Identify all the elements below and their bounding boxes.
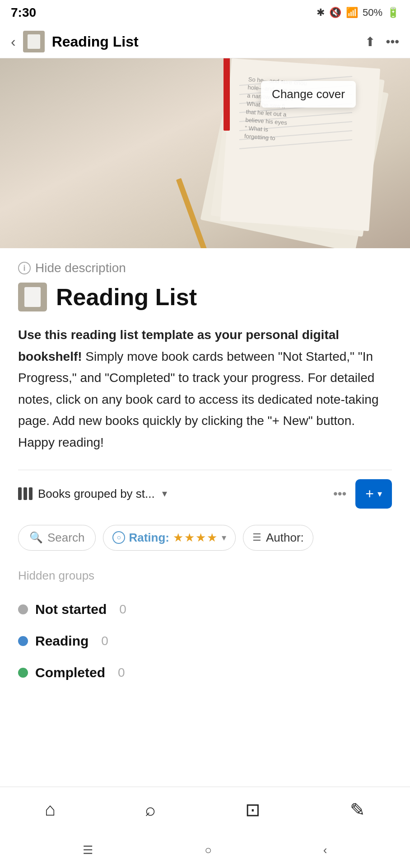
group-reading[interactable]: Reading 0 <box>18 625 392 657</box>
reading-name: Reading <box>35 633 89 649</box>
db-toolbar-right: ••• + ▾ <box>333 479 392 509</box>
description-normal: Simply move book cards between "Not Star… <box>18 349 378 449</box>
hide-description-row[interactable]: i Hide description <box>18 248 392 283</box>
cover-image-area[interactable]: So he—and sure enou hole—and sure enou a… <box>0 58 410 248</box>
reading-dot <box>18 636 28 646</box>
page-icon-inner <box>24 287 41 307</box>
battery-label: 50% <box>363 7 382 19</box>
filter-bar: 🔍 Search ○ Rating: ★★★★ ▾ ☰ Author: <box>18 518 392 561</box>
db-add-button[interactable]: + ▾ <box>355 479 392 509</box>
content-area: i Hide description Reading List Use this… <box>0 248 410 689</box>
hidden-groups-label: Hidden groups <box>18 569 392 583</box>
system-menu-button[interactable]: ☰ <box>83 843 93 857</box>
hide-description-text: Hide description <box>35 261 126 275</box>
db-toolbar: Books grouped by st... ▾ ••• + ▾ <box>18 470 392 518</box>
group-completed[interactable]: Completed 0 <box>18 657 392 689</box>
search-filter-label: Search <box>47 531 84 545</box>
more-button[interactable]: ••• <box>386 34 399 49</box>
description-text: Use this reading list template as your p… <box>18 324 392 453</box>
system-nav: ☰ ○ ‹ <box>0 832 410 868</box>
search-nav-icon: ⌕ <box>145 799 156 820</box>
bottom-nav-inbox[interactable]: ⊡ <box>245 799 261 820</box>
grid-icon <box>18 487 33 500</box>
reading-count: 0 <box>101 634 108 648</box>
group-not-started[interactable]: Not started 0 <box>18 594 392 625</box>
bottom-nav-search[interactable]: ⌕ <box>145 799 156 820</box>
compose-icon: ✎ <box>350 799 365 820</box>
completed-name: Completed <box>35 665 105 680</box>
nav-bar: ‹ Reading List ⬆ ••• <box>0 25 410 58</box>
inbox-icon: ⊡ <box>245 799 261 820</box>
not-started-count: 0 <box>119 602 126 617</box>
hidden-groups-section: Hidden groups Not started 0 Reading 0 Co… <box>18 561 392 689</box>
db-view-dropdown-icon: ▾ <box>162 488 167 500</box>
status-time: 7:30 <box>11 5 36 20</box>
author-filter-button[interactable]: ☰ Author: <box>243 525 313 551</box>
change-cover-tooltip[interactable]: Change cover <box>261 81 356 108</box>
battery-icon: 🔋 <box>387 7 399 19</box>
nav-right: ⬆ ••• <box>365 34 399 49</box>
bottom-nav: ⌂ ⌕ ⊡ ✎ <box>0 787 410 832</box>
bottom-nav-compose[interactable]: ✎ <box>350 799 365 820</box>
stars-display: ★★★★ <box>173 531 218 545</box>
search-filter-button[interactable]: 🔍 Search <box>18 525 96 551</box>
page-title-row: Reading List <box>18 283 392 311</box>
db-view-selector[interactable]: Books grouped by st... ▾ <box>18 487 167 501</box>
db-add-plus-icon: + <box>365 486 374 502</box>
system-home-button[interactable]: ○ <box>205 843 212 857</box>
nav-left: ‹ Reading List <box>11 31 139 52</box>
status-icons: ✱ 🔇 📶 50% 🔋 <box>317 7 399 19</box>
system-back-button[interactable]: ‹ <box>323 843 327 857</box>
page-reading-list-icon <box>18 283 47 311</box>
svg-rect-4 <box>224 58 230 131</box>
db-view-label: Books grouped by st... <box>38 487 155 501</box>
db-add-chevron-icon: ▾ <box>377 488 382 499</box>
back-button[interactable]: ‹ <box>11 33 16 50</box>
rating-filter-label: Rating: <box>129 531 169 545</box>
info-icon: i <box>18 262 31 274</box>
search-icon: 🔍 <box>29 531 43 544</box>
page-title: Reading List <box>56 283 197 311</box>
share-button[interactable]: ⬆ <box>365 34 375 49</box>
change-cover-label: Change cover <box>272 87 345 101</box>
bluetooth-icon: ✱ <box>317 7 325 19</box>
home-icon: ⌂ <box>45 799 56 820</box>
author-filter-icon: ☰ <box>252 532 261 543</box>
nav-reading-list-icon <box>23 31 45 52</box>
rating-dropdown-icon: ▾ <box>222 532 226 543</box>
completed-dot <box>18 668 28 678</box>
rating-filter-icon: ○ <box>112 531 125 544</box>
nav-title: Reading List <box>52 33 139 50</box>
mute-icon: 🔇 <box>329 7 341 19</box>
bottom-nav-home[interactable]: ⌂ <box>45 799 56 820</box>
rating-filter-button[interactable]: ○ Rating: ★★★★ ▾ <box>103 525 236 551</box>
completed-count: 0 <box>118 665 125 680</box>
status-bar: 7:30 ✱ 🔇 📶 50% 🔋 <box>0 0 410 25</box>
not-started-name: Not started <box>35 602 107 617</box>
not-started-dot <box>18 604 28 614</box>
db-more-button[interactable]: ••• <box>333 486 346 501</box>
wifi-icon: 📶 <box>346 7 358 19</box>
author-filter-label: Author: <box>266 531 304 545</box>
